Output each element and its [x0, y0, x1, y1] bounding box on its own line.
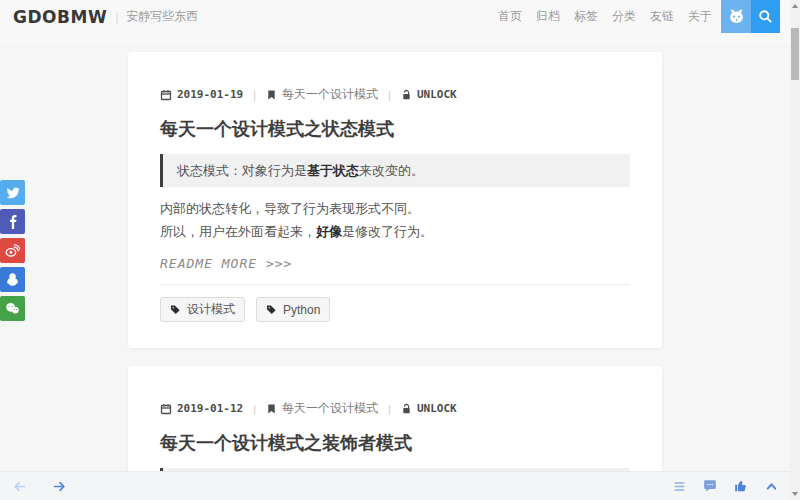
next-page-button[interactable] [53, 480, 66, 493]
wechat-icon [5, 301, 20, 316]
unlock-icon [401, 89, 412, 101]
comments-icon [703, 479, 717, 493]
pagination [13, 472, 66, 500]
scrollbar [790, 0, 800, 500]
post-list: 2019-01-19 | 每天一个设计模式 | UNLOCK 每天一个设计模式之… [128, 52, 662, 500]
nav-item-friends[interactable]: 友链 [650, 8, 674, 25]
bottom-toolbar [0, 471, 800, 500]
post-meta: 2019-01-12 | 每天一个设计模式 | UNLOCK [160, 400, 630, 417]
facebook-icon [6, 215, 20, 229]
post-title[interactable]: 每天一个设计模式之装饰者模式 [160, 431, 630, 455]
main-nav: 首页 归档 标签 分类 友链 关于 [498, 0, 712, 33]
search-button[interactable] [751, 0, 780, 33]
post-date: 2019-01-19 [177, 88, 243, 101]
search-icon [758, 9, 773, 24]
read-more-link[interactable]: README MORE >>> [160, 256, 630, 271]
share-wechat-button[interactable] [0, 296, 25, 321]
card-divider [160, 284, 630, 285]
prev-arrow-icon [13, 480, 26, 493]
menu-icon [673, 480, 686, 493]
post-tags: 设计模式 Python [160, 297, 630, 322]
nav-item-tags[interactable]: 标签 [574, 8, 598, 25]
qq-icon [5, 272, 20, 287]
menu-button[interactable] [673, 480, 686, 493]
calendar-icon [160, 89, 172, 101]
tag-icon [266, 304, 277, 315]
share-twitter-button[interactable] [0, 180, 25, 205]
prev-page-button[interactable] [13, 480, 26, 493]
calendar-icon [160, 403, 172, 415]
post-meta: 2019-01-19 | 每天一个设计模式 | UNLOCK [160, 86, 630, 103]
nav-item-about[interactable]: 关于 [688, 8, 712, 25]
share-facebook-button[interactable] [0, 209, 25, 234]
github-icon [728, 8, 745, 25]
back-to-top-button[interactable] [765, 480, 778, 493]
post-category[interactable]: 每天一个设计模式 [282, 86, 378, 103]
nav-item-home[interactable]: 首页 [498, 8, 522, 25]
tag-item[interactable]: 设计模式 [160, 297, 245, 322]
site-subtitle: 安静写些东西 [126, 8, 198, 25]
social-share-bar [0, 180, 25, 321]
unlock-icon [401, 403, 412, 415]
post-title[interactable]: 每天一个设计模式之状态模式 [160, 117, 630, 141]
share-qq-button[interactable] [0, 267, 25, 292]
post-lock-status: UNLOCK [417, 402, 457, 415]
nav-item-archives[interactable]: 归档 [536, 8, 560, 25]
nav-item-categories[interactable]: 分类 [612, 8, 636, 25]
back-to-top-icon [765, 480, 778, 493]
like-icon [734, 479, 748, 493]
post-date: 2019-01-12 [177, 402, 243, 415]
like-button[interactable] [734, 479, 748, 493]
site-header: GDOBMW | 安静写些东西 首页 归档 标签 分类 友链 关于 [0, 0, 790, 45]
tag-icon [170, 304, 181, 315]
github-button[interactable] [721, 0, 751, 33]
weibo-icon [5, 243, 20, 258]
scrollbar-thumb[interactable] [791, 28, 799, 80]
scroll-up-icon[interactable] [790, 0, 800, 12]
scroll-down-icon[interactable] [790, 488, 800, 500]
post-card: 2019-01-19 | 每天一个设计模式 | UNLOCK 每天一个设计模式之… [128, 52, 662, 348]
share-weibo-button[interactable] [0, 238, 25, 263]
next-arrow-icon [53, 480, 66, 493]
tag-item[interactable]: Python [256, 297, 330, 322]
bookmark-icon [266, 89, 277, 101]
comments-button[interactable] [703, 479, 717, 493]
post-category[interactable]: 每天一个设计模式 [282, 400, 378, 417]
site-logo[interactable]: GDOBMW [13, 7, 107, 27]
post-excerpt: 内部的状态转化，导致了行为表现形式不同。 所以，用户在外面看起来，好像是修改了行… [160, 197, 630, 243]
post-lock-status: UNLOCK [417, 88, 457, 101]
bookmark-icon [266, 403, 277, 415]
logo-separator: | [115, 10, 118, 24]
post-quote: 状态模式：对象行为是基于状态来改变的。 [160, 154, 630, 187]
toolbar-actions [673, 472, 778, 500]
twitter-icon [6, 186, 20, 200]
site-branding: GDOBMW | 安静写些东西 [13, 0, 198, 33]
